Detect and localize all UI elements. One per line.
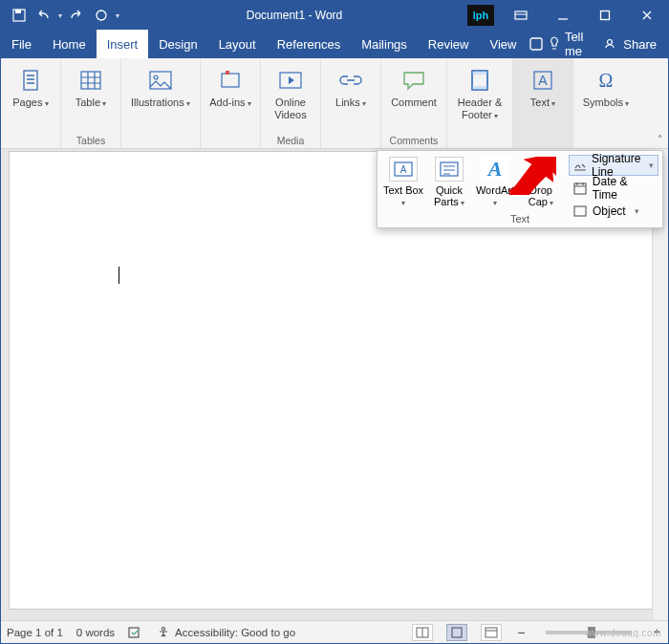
tab-file[interactable]: File — [1, 30, 42, 58]
table-icon — [78, 68, 103, 93]
touch-mode-icon[interactable] — [91, 5, 112, 26]
page-count[interactable]: Page 1 of 1 — [7, 627, 63, 638]
text-box-button[interactable]: A Text Box — [381, 155, 425, 225]
maximize-button[interactable] — [584, 1, 626, 30]
svg-rect-12 — [226, 71, 229, 75]
ribbon-insert: Pages Table Tables Illustrations — [1, 58, 668, 149]
accessibility-status[interactable]: Accessibility: Good to go — [157, 626, 295, 639]
calendar-icon — [572, 181, 588, 196]
spellcheck-icon[interactable] — [128, 626, 143, 639]
tab-insert[interactable]: Insert — [97, 30, 149, 58]
title-bar: ▾ ▾ Document1 - Word lph — [1, 1, 668, 30]
ribbon-options-icon[interactable] — [500, 1, 542, 30]
group-links: Links — [321, 58, 381, 148]
undo-icon[interactable] — [33, 5, 54, 26]
header-footer-icon — [467, 68, 492, 93]
status-bar: Page 1 of 1 0 words Accessibility: Good … — [1, 620, 668, 643]
signature-icon — [573, 158, 587, 173]
group-pages: Pages — [1, 58, 61, 148]
pages-icon — [18, 68, 43, 93]
redo-icon[interactable] — [66, 5, 87, 26]
svg-rect-1 — [15, 10, 21, 13]
print-layout-icon[interactable] — [446, 624, 467, 641]
word-count[interactable]: 0 words — [76, 627, 115, 638]
svg-rect-4 — [601, 11, 610, 20]
svg-rect-8 — [81, 72, 100, 89]
addins-button[interactable]: Add-ins — [206, 62, 254, 109]
close-button[interactable] — [626, 1, 668, 30]
signature-line-button[interactable]: Signature Line ▾ — [569, 155, 658, 176]
svg-rect-29 — [574, 206, 586, 216]
svg-point-10 — [154, 75, 158, 79]
svg-point-2 — [97, 11, 106, 20]
flyout-large-buttons: A Text Box Quick Parts A WordArt A Drop … — [378, 151, 567, 227]
share-icon[interactable] — [604, 30, 622, 58]
group-media: Online Videos Media — [261, 58, 321, 148]
tab-design[interactable]: Design — [148, 30, 207, 58]
tab-mailings[interactable]: Mailings — [351, 30, 418, 58]
window-title: Document1 - Word — [127, 9, 462, 22]
tab-view[interactable]: View — [479, 30, 527, 58]
chevron-down-icon[interactable]: ▾ — [649, 161, 654, 170]
group-text: A Text — [513, 58, 573, 148]
minimize-button[interactable] — [542, 1, 584, 30]
svg-rect-5 — [530, 38, 542, 50]
date-time-button[interactable]: Date & Time — [569, 178, 658, 199]
tab-references[interactable]: References — [267, 30, 351, 58]
video-icon — [278, 68, 303, 93]
lightbulb-icon[interactable] — [545, 30, 563, 58]
tab-home[interactable]: Home — [42, 30, 97, 58]
picture-icon — [148, 68, 173, 93]
text-button[interactable]: A Text — [519, 62, 567, 109]
wordart-icon: A — [481, 157, 509, 182]
text-cursor — [119, 267, 119, 284]
text-box-icon: A — [389, 157, 418, 182]
text-icon: A — [530, 68, 555, 93]
tab-review[interactable]: Review — [418, 30, 480, 58]
svg-rect-28 — [574, 183, 586, 194]
undo-dropdown-icon[interactable]: ▾ — [58, 11, 62, 20]
word-window: ▾ ▾ Document1 - Word lph File Home Inser… — [0, 0, 669, 644]
symbols-button[interactable]: Ω Symbols — [579, 62, 633, 109]
svg-text:A: A — [538, 73, 548, 88]
share-button[interactable]: Share — [621, 30, 668, 58]
group-header-footer: Header & Footer — [447, 58, 513, 148]
svg-text:A: A — [400, 164, 407, 175]
flyout-group-label: Text — [510, 213, 529, 225]
svg-point-21 — [162, 627, 165, 630]
illustrations-button[interactable]: Illustrations — [127, 62, 194, 109]
svg-rect-23 — [452, 628, 462, 637]
quick-access-toolbar: ▾ ▾ — [1, 5, 127, 26]
links-button[interactable]: Links — [327, 62, 375, 109]
svg-rect-20 — [129, 628, 139, 637]
chevron-down-icon[interactable]: ▾ — [635, 206, 639, 216]
qat-customize-icon[interactable]: ▾ — [116, 11, 119, 20]
flyout-small-buttons: Signature Line ▾ Date & Time Object ▾ — [567, 151, 662, 227]
help-icon[interactable] — [527, 30, 545, 58]
quick-parts-button[interactable]: Quick Parts — [427, 155, 471, 225]
web-layout-icon[interactable] — [481, 624, 502, 641]
svg-rect-7 — [24, 71, 37, 90]
online-videos-button[interactable]: Online Videos — [267, 62, 314, 121]
comment-icon — [401, 68, 426, 93]
object-button[interactable]: Object ▾ — [569, 201, 658, 222]
link-icon — [338, 68, 363, 93]
svg-rect-3 — [515, 11, 527, 19]
table-button[interactable]: Table — [67, 62, 115, 109]
tab-layout[interactable]: Layout — [208, 30, 267, 58]
header-footer-button[interactable]: Header & Footer — [453, 62, 507, 121]
collapse-ribbon-icon[interactable]: ˄ — [658, 134, 662, 144]
svg-rect-24 — [486, 628, 497, 637]
group-comments: Comment Comments — [381, 58, 447, 148]
comment-button[interactable]: Comment — [387, 62, 441, 109]
accessibility-icon — [157, 626, 170, 639]
zoom-out-button[interactable]: − — [515, 625, 527, 640]
watermark-text: www.deuaq.com — [585, 628, 661, 638]
omega-icon: Ω — [593, 68, 618, 93]
save-icon[interactable] — [9, 5, 30, 26]
tell-me[interactable]: Tell me — [563, 30, 604, 58]
read-mode-icon[interactable] — [412, 624, 433, 641]
pages-button[interactable]: Pages — [7, 62, 54, 109]
group-symbols: Ω Symbols — [573, 58, 638, 148]
svg-rect-11 — [222, 74, 239, 87]
